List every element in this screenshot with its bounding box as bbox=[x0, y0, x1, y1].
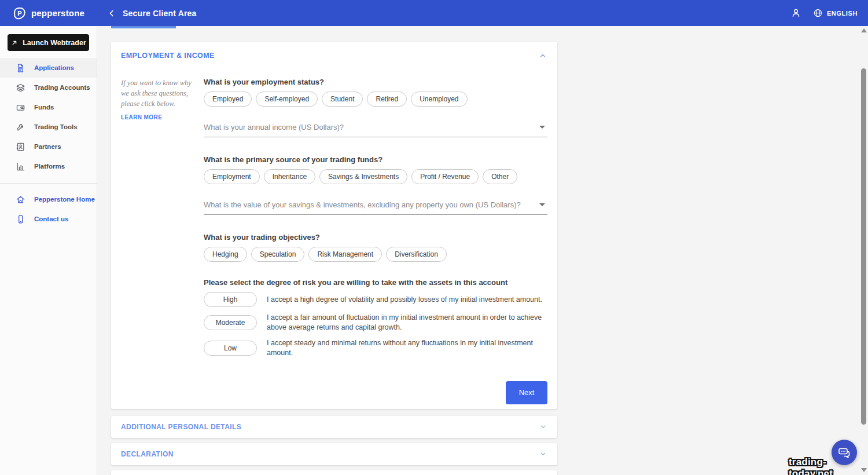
learn-more-link[interactable]: LEARN MORE bbox=[121, 114, 194, 120]
additional-personal-details-section[interactable]: ADDITIONAL PERSONAL DETAILS bbox=[111, 416, 557, 438]
sidebar-item-label: Trading Accounts bbox=[34, 84, 90, 91]
sidebar-link-pepperstone-home[interactable]: Pepperstone Home bbox=[0, 189, 97, 209]
sidebar-item-trading-accounts[interactable]: Trading Accounts bbox=[0, 78, 97, 97]
form-column: What is your employment status? Employed… bbox=[194, 78, 547, 404]
scroll-down-arrow-icon[interactable] bbox=[861, 468, 867, 472]
bar-chart-icon bbox=[16, 162, 25, 171]
sidebar-item-platforms[interactable]: Platforms bbox=[0, 156, 97, 176]
chip-profit-revenue[interactable]: Profit / Revenue bbox=[411, 169, 479, 184]
user-icon[interactable] bbox=[790, 8, 801, 19]
chip-unemployed[interactable]: Unemployed bbox=[411, 92, 467, 107]
verification-section[interactable]: VERIFICATION bbox=[111, 470, 557, 475]
chip-other[interactable]: Other bbox=[483, 169, 517, 184]
page-title: Secure Client Area bbox=[123, 9, 197, 18]
sidebar-link-label: Contact us bbox=[34, 215, 68, 222]
sidebar-item-partners[interactable]: Partners bbox=[0, 137, 97, 156]
active-tab-indicator bbox=[111, 26, 176, 28]
risk-desc-low: I accept steady and minimal returns with… bbox=[267, 338, 547, 358]
back-button[interactable] bbox=[106, 8, 117, 19]
chevron-up-icon[interactable] bbox=[538, 51, 547, 60]
risk-desc-high: I accept a high degree of volatility and… bbox=[267, 295, 542, 305]
sidebar-item-applications[interactable]: Applications bbox=[0, 58, 97, 78]
risk-option-moderate: Moderate I accept a fair amount of fluct… bbox=[204, 313, 547, 332]
employment-income-header[interactable]: EMPLOYMENT & INCOME bbox=[121, 51, 547, 60]
scroll-up-arrow-icon[interactable] bbox=[861, 28, 867, 32]
annual-income-placeholder: What is your annual income (US Dollars)? bbox=[204, 123, 344, 131]
sidebar-link-label: Pepperstone Home bbox=[34, 196, 95, 203]
info-column: If you want to know why we ask these que… bbox=[121, 78, 194, 404]
chip-retired[interactable]: Retired bbox=[367, 92, 407, 107]
chevron-down-icon bbox=[539, 450, 547, 458]
objectives-question: What is your trading objectives? bbox=[204, 233, 547, 242]
annual-income-select[interactable]: What is your annual income (US Dollars)? bbox=[204, 123, 547, 137]
brand-name: pepperstone bbox=[31, 8, 84, 18]
live-chat-button[interactable] bbox=[832, 440, 857, 465]
sidebar-item-trading-tools[interactable]: Trading Tools bbox=[0, 117, 97, 137]
employment-income-body: If you want to know why we ask these que… bbox=[121, 78, 547, 404]
topbar-actions: ENGLISH bbox=[790, 8, 868, 19]
secure-client-area-page: P pepperstone Secure Client Area ENGLISH bbox=[0, 0, 868, 475]
scrollbar[interactable] bbox=[859, 26, 868, 475]
risk-pill-low[interactable]: Low bbox=[204, 341, 257, 356]
sidebar-item-label: Partners bbox=[34, 143, 61, 150]
chip-savings-investments[interactable]: Savings & Investments bbox=[319, 169, 407, 184]
pepperstone-logo[interactable]: P pepperstone bbox=[0, 6, 97, 20]
chat-bubble-icon bbox=[837, 445, 851, 459]
employment-income-card: EMPLOYMENT & INCOME If you want to know … bbox=[111, 42, 557, 409]
pepperstone-mark-icon: P bbox=[13, 6, 27, 20]
risk-desc-moderate: I accept a fair amount of fluctuation in… bbox=[267, 313, 547, 332]
sidebar-item-label: Platforms bbox=[34, 163, 65, 170]
chip-speculation[interactable]: Speculation bbox=[251, 247, 305, 262]
wallet-icon bbox=[16, 103, 25, 112]
next-button[interactable]: Next bbox=[506, 381, 547, 404]
document-icon bbox=[16, 63, 25, 73]
chip-diversification[interactable]: Diversification bbox=[386, 247, 447, 262]
declaration-section[interactable]: DECLARATION bbox=[111, 443, 557, 465]
sidebar-item-label: Applications bbox=[34, 64, 74, 71]
savings-value-select[interactable]: What is the value of your savings & inve… bbox=[204, 200, 547, 215]
language-selector[interactable]: ENGLISH bbox=[813, 8, 858, 18]
back-chevron-icon bbox=[106, 8, 117, 19]
layers-icon bbox=[16, 83, 25, 93]
info-note: If you want to know why we ask these que… bbox=[121, 78, 194, 109]
sidebar-item-funds[interactable]: Funds bbox=[0, 97, 97, 117]
chip-risk-management[interactable]: Risk Management bbox=[308, 247, 382, 262]
svg-text:P: P bbox=[17, 10, 21, 17]
topbar: P pepperstone Secure Client Area ENGLISH bbox=[0, 0, 868, 26]
risk-option-low: Low I accept steady and minimal returns … bbox=[204, 338, 547, 358]
launch-webtrader-label: Launch Webtrader bbox=[23, 39, 86, 47]
dropdown-arrow-icon bbox=[539, 203, 545, 206]
funds-source-question: What is the primary source of your tradi… bbox=[204, 155, 547, 164]
chip-employed[interactable]: Employed bbox=[204, 92, 252, 107]
sidebar: Launch Webtrader Applications Trading Ac… bbox=[0, 26, 97, 475]
sidebar-link-contact-us[interactable]: Contact us bbox=[0, 209, 97, 229]
chevron-down-icon bbox=[539, 422, 547, 431]
risk-degree-question: Please select the degree of risk you are… bbox=[204, 278, 547, 287]
launch-icon bbox=[10, 39, 19, 47]
wrench-icon bbox=[16, 122, 25, 132]
contacts-icon bbox=[16, 142, 25, 152]
main-content: EMPLOYMENT & INCOME If you want to know … bbox=[97, 26, 868, 475]
globe-icon bbox=[813, 8, 823, 18]
sidebar-divider bbox=[0, 183, 97, 184]
employment-status-question: What is your employment status? bbox=[204, 78, 547, 86]
chip-student[interactable]: Student bbox=[322, 92, 363, 107]
sidebar-item-label: Funds bbox=[34, 104, 54, 111]
next-button-row: Next bbox=[204, 381, 547, 404]
scrollbar-thumb[interactable] bbox=[861, 68, 866, 425]
chip-hedging[interactable]: Hedging bbox=[204, 247, 247, 262]
employment-status-options: Employed Self-employed Student Retired U… bbox=[204, 92, 547, 107]
risk-pill-high[interactable]: High bbox=[204, 292, 257, 307]
home-icon bbox=[16, 195, 25, 204]
chip-inheritance[interactable]: Inheritance bbox=[264, 169, 315, 184]
launch-webtrader-button[interactable]: Launch Webtrader bbox=[8, 34, 89, 51]
section-title: ADDITIONAL PERSONAL DETAILS bbox=[121, 423, 241, 431]
chip-self-employed[interactable]: Self-employed bbox=[256, 92, 318, 107]
chip-employment[interactable]: Employment bbox=[204, 169, 260, 184]
sidebar-item-label: Trading Tools bbox=[34, 123, 78, 130]
phone-icon bbox=[16, 214, 25, 224]
dropdown-arrow-icon bbox=[539, 126, 545, 129]
risk-pill-moderate[interactable]: Moderate bbox=[204, 315, 257, 330]
section-title: DECLARATION bbox=[121, 450, 174, 458]
objectives-options: Hedging Speculation Risk Management Dive… bbox=[204, 247, 547, 262]
